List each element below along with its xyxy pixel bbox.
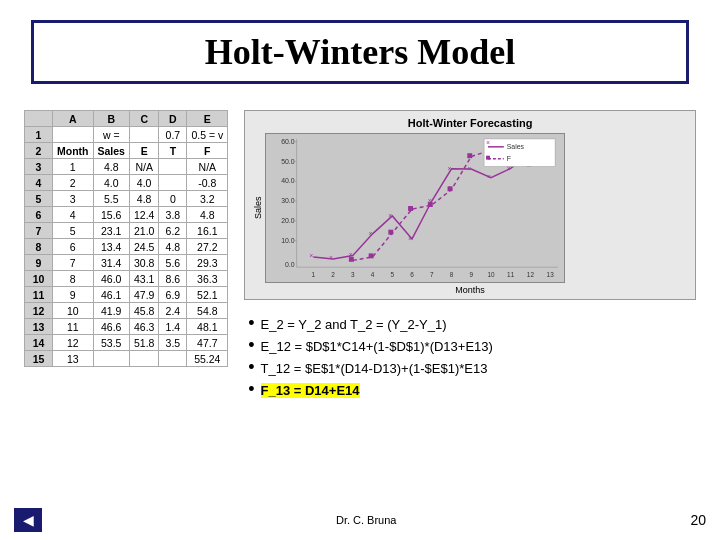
table-row: 535.54.803.2: [25, 191, 228, 207]
table-row: 9731.430.85.629.3: [25, 255, 228, 271]
svg-text:12: 12: [527, 271, 535, 278]
bullet-text-1: E_2 = Y_2 and T_2 = (Y_2-Y_1): [261, 317, 447, 332]
svg-text:13: 13: [547, 271, 555, 278]
col-header-c: C: [129, 111, 158, 127]
table-row: 151355.24: [25, 351, 228, 367]
highlighted-formula: F_13 = D14+E14: [261, 383, 360, 398]
slide-title: Holt-Winters Model: [54, 31, 666, 73]
col-header-d: D: [159, 111, 187, 127]
chart-svg: 60.0 50.0 40.0 30.0 20.0 10.0: [265, 133, 565, 283]
svg-text:5: 5: [391, 271, 395, 278]
svg-text:2: 2: [332, 271, 336, 278]
col-header-e: E: [187, 111, 228, 127]
table-row: 131146.646.31.448.1: [25, 319, 228, 335]
svg-rect-41: [369, 253, 374, 258]
svg-text:40.0: 40.0: [281, 177, 295, 184]
svg-text:F: F: [507, 155, 511, 162]
table-row: 7523.121.06.216.1: [25, 223, 228, 239]
svg-text:×: ×: [329, 254, 333, 261]
table-row: 314.8N/AN/A: [25, 159, 228, 175]
spreadsheet-table: A B C D E 1 w = 0.7 0.5 = v 2: [24, 110, 228, 367]
table-row: 121041.945.82.454.8: [25, 303, 228, 319]
slide-container: Holt-Winters Model A B C D E 1: [0, 0, 720, 540]
svg-text:10.0: 10.0: [281, 237, 295, 244]
svg-text:8: 8: [450, 271, 454, 278]
footer-author: Dr. C. Bruna: [336, 514, 397, 526]
right-section: Holt-Winter Forecasting Sales 60.0 50.0: [244, 110, 696, 402]
svg-text:7: 7: [430, 271, 434, 278]
table-row: 141253.551.83.547.7: [25, 335, 228, 351]
nav-back-button[interactable]: ◀: [14, 508, 42, 532]
page-number: 20: [690, 512, 706, 528]
chart-y-label: Sales: [253, 133, 263, 283]
svg-text:10: 10: [488, 271, 496, 278]
bullet-item-2: • E_12 = $D$1*C14+(1-$D$1)*(D13+E13): [248, 336, 696, 354]
chart-x-label: Months: [253, 285, 687, 295]
table-row: 424.04.0-0.8: [25, 175, 228, 191]
table-row: 10846.043.18.636.3: [25, 271, 228, 287]
spreadsheet-section: A B C D E 1 w = 0.7 0.5 = v 2: [24, 110, 228, 402]
bullet-dot: •: [248, 314, 254, 332]
bullet-item-1: • E_2 = Y_2 and T_2 = (Y_2-Y_1): [248, 314, 696, 332]
sales-line: [314, 154, 531, 259]
table-row: 8613.424.54.827.2: [25, 239, 228, 255]
chart-container: Holt-Winter Forecasting Sales 60.0 50.0: [244, 110, 696, 300]
svg-text:×: ×: [486, 139, 490, 146]
svg-text:20.0: 20.0: [281, 217, 295, 224]
bullet-dot: •: [248, 358, 254, 376]
bullet-dot: •: [248, 380, 254, 398]
table-row: 11946.147.96.952.1: [25, 287, 228, 303]
content-area: A B C D E 1 w = 0.7 0.5 = v 2: [10, 110, 710, 402]
bullet-text-3: T_12 = $E$1*(D14-D13)+(1-$E$1)*E13: [261, 361, 488, 376]
svg-text:×: ×: [487, 173, 491, 180]
svg-text:×: ×: [448, 165, 452, 172]
svg-rect-42: [389, 230, 394, 235]
svg-text:×: ×: [369, 230, 373, 237]
svg-text:4: 4: [371, 271, 375, 278]
svg-rect-40: [349, 257, 354, 262]
svg-text:1: 1: [312, 271, 316, 278]
svg-text:50.0: 50.0: [281, 158, 295, 165]
svg-text:Sales: Sales: [507, 143, 525, 150]
svg-text:11: 11: [507, 271, 515, 278]
svg-text:×: ×: [467, 165, 471, 172]
col-header-b: B: [93, 111, 129, 127]
svg-text:6: 6: [410, 271, 414, 278]
bullet-text-4: F_13 = D14+E14: [261, 383, 360, 398]
svg-rect-43: [408, 206, 413, 211]
svg-rect-44: [428, 202, 433, 207]
table-row: 6415.612.43.84.8: [25, 207, 228, 223]
col-header-empty: [25, 111, 53, 127]
svg-text:×: ×: [389, 212, 393, 219]
bottom-bar: ◀ Dr. C. Bruna 20: [0, 508, 720, 532]
col-header-row: A B C D E: [25, 111, 228, 127]
col-header-a: A: [53, 111, 94, 127]
svg-text:×: ×: [310, 252, 314, 259]
svg-text:×: ×: [408, 235, 412, 242]
title-box: Holt-Winters Model: [31, 20, 689, 84]
svg-rect-56: [486, 156, 490, 160]
chart-title: Holt-Winter Forecasting: [253, 117, 687, 129]
svg-text:0.0: 0.0: [285, 261, 295, 268]
bullet-item-4: • F_13 = D14+E14: [248, 380, 696, 398]
bullet-item-3: • T_12 = $E$1*(D14-D13)+(1-$E$1)*E13: [248, 358, 696, 376]
bullets-section: • E_2 = Y_2 and T_2 = (Y_2-Y_1) • E_12 =…: [244, 314, 696, 402]
bullet-dot: •: [248, 336, 254, 354]
bullet-text-2: E_12 = $D$1*C14+(1-$D$1)*(D13+E13): [261, 339, 493, 354]
table-row: 2 Month Sales E T F: [25, 143, 228, 159]
back-arrow-icon: ◀: [23, 512, 34, 528]
svg-text:3: 3: [351, 271, 355, 278]
svg-rect-45: [448, 186, 453, 191]
svg-text:9: 9: [470, 271, 474, 278]
svg-text:60.0: 60.0: [281, 138, 295, 145]
table-row: 1 w = 0.7 0.5 = v: [25, 127, 228, 143]
svg-rect-46: [468, 153, 473, 158]
svg-text:30.0: 30.0: [281, 197, 295, 204]
